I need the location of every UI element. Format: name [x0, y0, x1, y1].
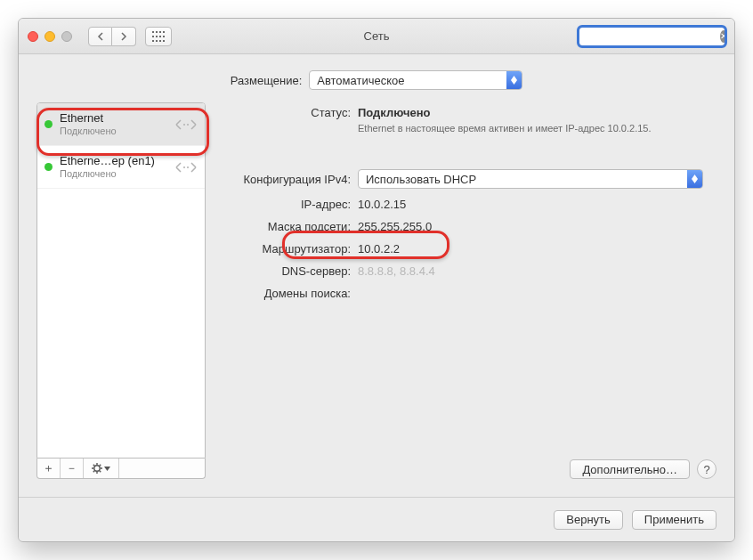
service-name: Etherne…ep (en1) [60, 154, 167, 168]
config-row: Конфигурация IPv4: Использовать DHCP [222, 169, 717, 189]
ip-label: IP-адрес: [222, 198, 351, 211]
chevron-up-down-icon [687, 170, 702, 188]
svg-rect-8 [152, 40, 154, 42]
ethernet-icon [174, 116, 198, 134]
mask-value: 255.255.255.0 [358, 220, 432, 233]
add-service-button[interactable]: ＋ [37, 459, 61, 478]
svg-rect-9 [156, 40, 158, 42]
svg-rect-5 [156, 36, 158, 37]
close-button[interactable] [28, 31, 38, 42]
search-clear-button[interactable]: ✕ [720, 30, 727, 43]
status-row: Статус: Подключено [222, 106, 717, 119]
service-item-ethernet[interactable]: Ethernet Подключено [37, 103, 205, 146]
revert-button[interactable]: Вернуть [554, 510, 623, 530]
service-actions-button[interactable] [84, 459, 119, 478]
sidebar: Ethernet Подключено Etherne…ep (en1) Под… [36, 102, 206, 479]
ip-value: 10.0.2.15 [358, 198, 406, 211]
svg-rect-2 [159, 31, 161, 33]
svg-point-18 [94, 466, 100, 471]
dns-label: DNS-сервер: [222, 264, 351, 278]
config-label: Конфигурация IPv4: [222, 173, 351, 186]
window-body: Размещение: Автоматическое Ethernet Под [19, 54, 734, 497]
svg-rect-10 [159, 40, 161, 42]
svg-point-17 [187, 166, 189, 168]
svg-line-23 [93, 465, 94, 466]
forward-button[interactable] [112, 27, 136, 46]
svg-line-26 [100, 465, 101, 466]
chevron-down-icon [104, 467, 110, 471]
service-sub: Подключено [60, 126, 167, 137]
location-select[interactable]: Автоматическое [309, 70, 522, 90]
dns-value: 8.8.8.8, 8.8.4.4 [358, 264, 435, 278]
chevron-right-icon [120, 32, 127, 41]
svg-rect-11 [163, 40, 165, 42]
detail-pane: Статус: Подключено Ethernet в настоящее … [222, 102, 717, 479]
location-value: Автоматическое [310, 74, 506, 87]
svg-line-25 [93, 471, 94, 472]
router-value: 10.0.2.2 [358, 242, 400, 256]
remove-service-button[interactable]: － [61, 459, 84, 478]
detail-footer: Дополнительно… ? [222, 459, 717, 479]
svg-rect-7 [163, 36, 165, 37]
service-text: Ethernet Подключено [60, 111, 167, 137]
gear-icon [92, 463, 102, 474]
chevron-up-down-icon [506, 71, 522, 89]
back-button[interactable] [88, 27, 112, 46]
location-row: Размещение: Автоматическое [36, 70, 717, 90]
dns-row: DNS-сервер: 8.8.8.8, 8.8.4.4 [222, 264, 717, 278]
status-desc-row: Ethernet в настоящее время активен и име… [222, 123, 717, 134]
apply-button[interactable]: Применить [632, 510, 717, 530]
bottom-bar: Вернуть Применить [19, 497, 734, 541]
nav-back-forward [88, 27, 136, 46]
service-sub: Подключено [60, 168, 167, 180]
columns: Ethernet Подключено Etherne…ep (en1) Под… [36, 102, 717, 479]
svg-rect-3 [163, 31, 165, 33]
svg-point-14 [183, 124, 185, 126]
search-domains-row: Домены поиска: [222, 287, 717, 300]
config-value: Использовать DHCP [359, 173, 687, 186]
svg-rect-6 [159, 36, 161, 37]
service-item-ethernet-en1[interactable]: Etherne…ep (en1) Подключено [37, 146, 205, 189]
network-prefs-window: Сеть ✕ Размещение: Автоматическое [18, 18, 735, 542]
service-list[interactable]: Ethernet Подключено Etherne…ep (en1) Под… [36, 102, 206, 459]
help-button[interactable]: ? [697, 459, 717, 479]
search-field[interactable]: ✕ [579, 27, 725, 46]
titlebar: Сеть ✕ [19, 19, 734, 54]
svg-rect-1 [156, 31, 158, 33]
ethernet-icon [174, 158, 198, 176]
status-label: Статус: [222, 106, 351, 119]
router-row: Маршрутизатор: 10.0.2.2 [222, 242, 717, 256]
zoom-button[interactable] [61, 31, 72, 42]
status-value: Подключено [358, 106, 430, 119]
svg-point-15 [187, 124, 189, 126]
sidebar-footer: ＋ － [36, 459, 206, 479]
mask-row: Маска подсети: 255.255.255.0 [222, 220, 717, 233]
search-domains-label: Домены поиска: [222, 287, 351, 300]
grid-icon [152, 31, 165, 42]
svg-line-24 [100, 471, 101, 472]
config-ipv4-select[interactable]: Использовать DHCP [358, 169, 703, 189]
svg-rect-0 [152, 31, 154, 33]
show-all-button[interactable] [145, 27, 172, 46]
mask-label: Маска подсети: [222, 220, 351, 233]
status-dot-icon [45, 120, 53, 128]
service-name: Ethernet [60, 111, 167, 126]
svg-rect-4 [152, 36, 154, 37]
service-text: Etherne…ep (en1) Подключено [60, 154, 167, 180]
location-label: Размещение: [231, 74, 303, 87]
chevron-left-icon [97, 32, 104, 41]
minimize-button[interactable] [45, 31, 55, 42]
router-label: Маршрутизатор: [222, 242, 351, 256]
status-desc: Ethernet в настоящее время активен и име… [358, 123, 651, 134]
svg-point-16 [183, 166, 185, 168]
ip-row: IP-адрес: 10.0.2.15 [222, 198, 717, 211]
advanced-button[interactable]: Дополнительно… [570, 459, 690, 479]
traffic-lights [28, 31, 72, 42]
status-dot-icon [45, 163, 53, 171]
search-input[interactable] [583, 28, 720, 45]
